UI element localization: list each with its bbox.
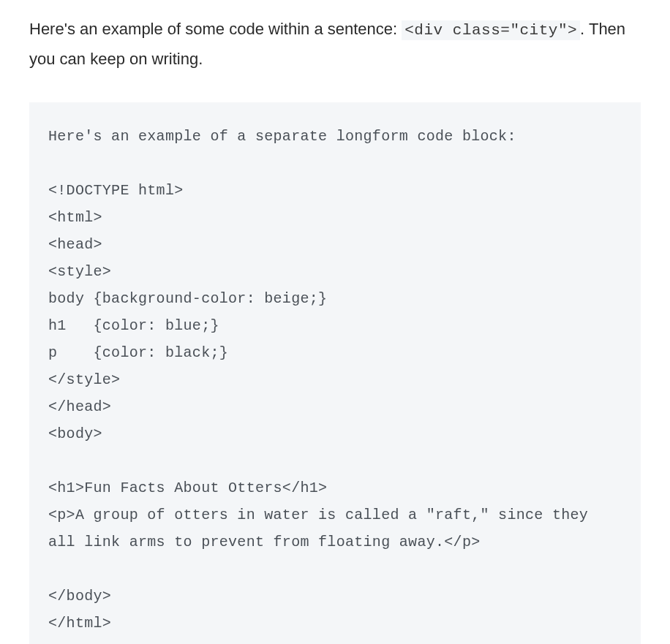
inline-code-example: <div class="city"> — [402, 20, 580, 40]
intro-paragraph: Here's an example of some code within a … — [29, 15, 641, 73]
code-block-example: Here's an example of a separate longform… — [29, 102, 641, 644]
intro-text-before: Here's an example of some code within a … — [29, 20, 402, 38]
